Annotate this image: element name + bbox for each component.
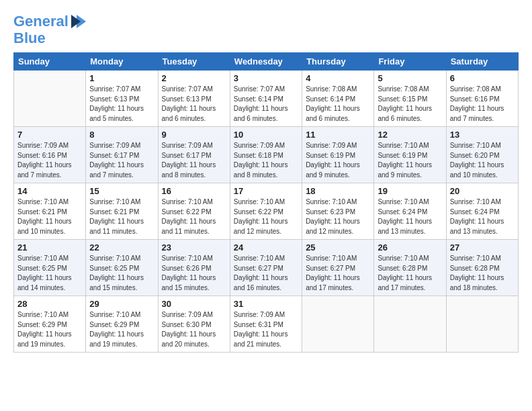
cell-details: Sunrise: 7:10 AM Sunset: 6:26 PM Dayligh… — [162, 254, 226, 293]
page: General Blue SundayMondayTuesdayWednesda… — [0, 0, 532, 361]
cell-details: Sunrise: 7:10 AM Sunset: 6:23 PM Dayligh… — [306, 197, 370, 236]
day-number: 6 — [450, 73, 515, 83]
cell-details: Sunrise: 7:10 AM Sunset: 6:24 PM Dayligh… — [450, 197, 515, 236]
day-number: 25 — [306, 242, 370, 253]
cell-details: Sunrise: 7:09 AM Sunset: 6:30 PM Dayligh… — [162, 310, 226, 349]
calendar-cell: 2Sunrise: 7:07 AM Sunset: 6:13 PM Daylig… — [158, 71, 230, 127]
cell-details: Sunrise: 7:10 AM Sunset: 6:22 PM Dayligh… — [234, 197, 298, 236]
col-header-tuesday: Tuesday — [158, 53, 230, 71]
col-header-sunday: Sunday — [14, 53, 86, 71]
day-number: 9 — [162, 130, 226, 140]
day-number: 3 — [234, 73, 298, 83]
col-header-friday: Friday — [374, 53, 446, 71]
day-number: 31 — [234, 299, 298, 309]
cell-details: Sunrise: 7:09 AM Sunset: 6:31 PM Dayligh… — [234, 310, 298, 349]
calendar-cell — [302, 296, 374, 353]
calendar-cell: 6Sunrise: 7:08 AM Sunset: 6:16 PM Daylig… — [446, 71, 518, 127]
day-number: 11 — [306, 130, 370, 140]
calendar-cell: 16Sunrise: 7:10 AM Sunset: 6:22 PM Dayli… — [158, 183, 230, 240]
calendar-cell: 21Sunrise: 7:10 AM Sunset: 6:25 PM Dayli… — [14, 240, 86, 296]
cell-details: Sunrise: 7:10 AM Sunset: 6:21 PM Dayligh… — [17, 197, 82, 236]
calendar-cell: 15Sunrise: 7:10 AM Sunset: 6:21 PM Dayli… — [86, 183, 158, 240]
col-header-saturday: Saturday — [446, 53, 518, 71]
cell-details: Sunrise: 7:08 AM Sunset: 6:16 PM Dayligh… — [450, 85, 515, 124]
calendar-week-row: 21Sunrise: 7:10 AM Sunset: 6:25 PM Dayli… — [14, 240, 519, 296]
calendar-cell: 26Sunrise: 7:10 AM Sunset: 6:28 PM Dayli… — [374, 240, 446, 296]
calendar-cell: 19Sunrise: 7:10 AM Sunset: 6:24 PM Dayli… — [374, 183, 446, 240]
cell-details: Sunrise: 7:09 AM Sunset: 6:18 PM Dayligh… — [234, 141, 298, 180]
calendar-cell: 31Sunrise: 7:09 AM Sunset: 6:31 PM Dayli… — [230, 296, 302, 353]
day-number: 10 — [234, 130, 298, 140]
cell-details: Sunrise: 7:10 AM Sunset: 6:27 PM Dayligh… — [306, 254, 370, 293]
calendar-header-row: SundayMondayTuesdayWednesdayThursdayFrid… — [14, 53, 519, 71]
col-header-monday: Monday — [86, 53, 158, 71]
cell-details: Sunrise: 7:09 AM Sunset: 6:17 PM Dayligh… — [162, 141, 226, 180]
cell-details: Sunrise: 7:08 AM Sunset: 6:15 PM Dayligh… — [378, 85, 442, 124]
day-number: 14 — [17, 186, 82, 196]
calendar-cell: 10Sunrise: 7:09 AM Sunset: 6:18 PM Dayli… — [230, 127, 302, 183]
calendar-cell: 28Sunrise: 7:10 AM Sunset: 6:29 PM Dayli… — [14, 296, 86, 353]
calendar-cell: 20Sunrise: 7:10 AM Sunset: 6:24 PM Dayli… — [446, 183, 518, 240]
calendar-week-row: 14Sunrise: 7:10 AM Sunset: 6:21 PM Dayli… — [14, 183, 519, 240]
calendar-cell: 25Sunrise: 7:10 AM Sunset: 6:27 PM Dayli… — [302, 240, 374, 296]
calendar-cell: 24Sunrise: 7:10 AM Sunset: 6:27 PM Dayli… — [230, 240, 302, 296]
day-number: 22 — [89, 242, 154, 253]
day-number: 16 — [162, 186, 226, 196]
calendar-week-row: 7Sunrise: 7:09 AM Sunset: 6:16 PM Daylig… — [14, 127, 519, 183]
calendar-week-row: 28Sunrise: 7:10 AM Sunset: 6:29 PM Dayli… — [14, 296, 519, 353]
day-number: 24 — [234, 242, 298, 253]
header: General Blue — [13, 12, 519, 46]
calendar-cell — [446, 296, 518, 353]
cell-details: Sunrise: 7:10 AM Sunset: 6:28 PM Dayligh… — [450, 254, 515, 293]
col-header-wednesday: Wednesday — [230, 53, 302, 71]
calendar-cell — [14, 71, 86, 127]
day-number: 15 — [89, 186, 154, 196]
calendar-cell: 9Sunrise: 7:09 AM Sunset: 6:17 PM Daylig… — [158, 127, 230, 183]
cell-details: Sunrise: 7:10 AM Sunset: 6:29 PM Dayligh… — [89, 310, 154, 349]
day-number: 29 — [89, 299, 154, 309]
calendar-table: SundayMondayTuesdayWednesdayThursdayFrid… — [13, 52, 519, 353]
cell-details: Sunrise: 7:10 AM Sunset: 6:19 PM Dayligh… — [378, 141, 442, 180]
logo-text: General — [13, 13, 69, 30]
logo-icon — [70, 12, 89, 31]
calendar-cell: 8Sunrise: 7:09 AM Sunset: 6:17 PM Daylig… — [86, 127, 158, 183]
day-number: 19 — [378, 186, 442, 196]
cell-details: Sunrise: 7:10 AM Sunset: 6:27 PM Dayligh… — [234, 254, 298, 293]
calendar-cell: 30Sunrise: 7:09 AM Sunset: 6:30 PM Dayli… — [158, 296, 230, 353]
calendar-cell: 3Sunrise: 7:07 AM Sunset: 6:14 PM Daylig… — [230, 71, 302, 127]
calendar-cell: 4Sunrise: 7:08 AM Sunset: 6:14 PM Daylig… — [302, 71, 374, 127]
calendar-cell: 14Sunrise: 7:10 AM Sunset: 6:21 PM Dayli… — [14, 183, 86, 240]
cell-details: Sunrise: 7:07 AM Sunset: 6:13 PM Dayligh… — [89, 85, 154, 124]
cell-details: Sunrise: 7:10 AM Sunset: 6:29 PM Dayligh… — [17, 310, 82, 349]
calendar-cell: 17Sunrise: 7:10 AM Sunset: 6:22 PM Dayli… — [230, 183, 302, 240]
day-number: 4 — [306, 73, 370, 83]
calendar-week-row: 1Sunrise: 7:07 AM Sunset: 6:13 PM Daylig… — [14, 71, 519, 127]
cell-details: Sunrise: 7:10 AM Sunset: 6:20 PM Dayligh… — [450, 141, 515, 180]
day-number: 13 — [450, 130, 515, 140]
calendar-cell: 23Sunrise: 7:10 AM Sunset: 6:26 PM Dayli… — [158, 240, 230, 296]
day-number: 26 — [378, 242, 442, 253]
day-number: 30 — [162, 299, 226, 309]
cell-details: Sunrise: 7:10 AM Sunset: 6:25 PM Dayligh… — [17, 254, 82, 293]
day-number: 8 — [89, 130, 154, 140]
calendar-cell — [374, 296, 446, 353]
calendar-cell: 5Sunrise: 7:08 AM Sunset: 6:15 PM Daylig… — [374, 71, 446, 127]
calendar-cell: 11Sunrise: 7:09 AM Sunset: 6:19 PM Dayli… — [302, 127, 374, 183]
day-number: 20 — [450, 186, 515, 196]
day-number: 18 — [306, 186, 370, 196]
cell-details: Sunrise: 7:09 AM Sunset: 6:17 PM Dayligh… — [89, 141, 154, 180]
calendar-cell: 13Sunrise: 7:10 AM Sunset: 6:20 PM Dayli… — [446, 127, 518, 183]
cell-details: Sunrise: 7:09 AM Sunset: 6:19 PM Dayligh… — [306, 141, 370, 180]
calendar-cell: 12Sunrise: 7:10 AM Sunset: 6:19 PM Dayli… — [374, 127, 446, 183]
cell-details: Sunrise: 7:07 AM Sunset: 6:14 PM Dayligh… — [234, 85, 298, 124]
calendar-cell: 22Sunrise: 7:10 AM Sunset: 6:25 PM Dayli… — [86, 240, 158, 296]
cell-details: Sunrise: 7:10 AM Sunset: 6:22 PM Dayligh… — [162, 197, 226, 236]
cell-details: Sunrise: 7:10 AM Sunset: 6:28 PM Dayligh… — [378, 254, 442, 293]
day-number: 1 — [89, 73, 154, 83]
calendar-cell: 29Sunrise: 7:10 AM Sunset: 6:29 PM Dayli… — [86, 296, 158, 353]
day-number: 12 — [378, 130, 442, 140]
calendar-cell: 27Sunrise: 7:10 AM Sunset: 6:28 PM Dayli… — [446, 240, 518, 296]
day-number: 27 — [450, 242, 515, 253]
day-number: 23 — [162, 242, 226, 253]
logo-blue: Blue — [13, 31, 89, 46]
